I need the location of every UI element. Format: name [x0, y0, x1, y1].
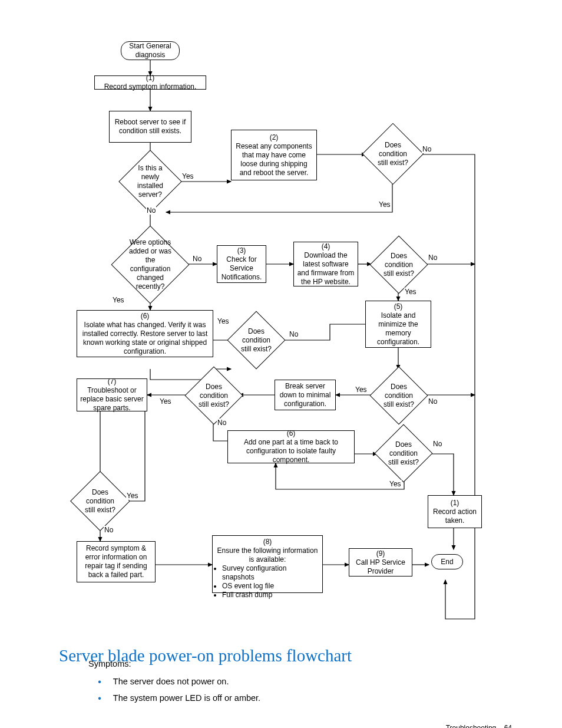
list-item: • The server does not power on.: [88, 677, 260, 687]
label-yes: Yes: [355, 386, 368, 394]
label-no: No: [289, 330, 299, 338]
label-yes: Yes: [126, 492, 139, 500]
bullet-icon: •: [88, 693, 111, 704]
label-yes: Yes: [389, 480, 402, 488]
bullet-icon: •: [88, 677, 111, 687]
node-8-bullet-3: Full crash dump: [222, 591, 320, 599]
node-6-text: (6)Isolate what has changed. Verify it w…: [80, 312, 210, 356]
node-6b-add-parts: (6)Add one part at a time back to config…: [227, 430, 355, 463]
node-6b-text: (6)Add one part at a time back to config…: [230, 429, 352, 465]
decision-cond-2: Does condition still exist?: [378, 244, 419, 285]
decision-newly-installed: Is this a newly installed server?: [128, 159, 173, 204]
label-no: No: [146, 206, 156, 215]
label-yes: Yes: [217, 317, 230, 325]
decision-cond-4-text: Does condition still exist?: [196, 383, 232, 409]
decision-cond-4: Does condition still exist?: [193, 375, 234, 416]
node-5-isolate-memory: (5)Isolate and minimize the memory confi…: [365, 301, 431, 348]
node-start-text: Start General diagnosis: [124, 42, 177, 60]
decision-options-text: Were options added or was the configurat…: [125, 238, 176, 291]
list-item-text: The server does not power on.: [113, 677, 229, 686]
node-7-text: (7)Troubleshoot or replace basic server …: [80, 377, 144, 413]
page-footer: Troubleshooting 64: [446, 724, 512, 728]
decision-options-changed: Were options added or was the configurat…: [123, 237, 178, 292]
label-no: No: [217, 419, 227, 427]
node-start: Start General diagnosis: [121, 41, 180, 60]
decision-newly-text: Is this a newly installed server?: [130, 164, 170, 199]
node-2-text: (2)Reseat any components that may have c…: [234, 133, 314, 177]
node-8-heading: (8)Ensure the following information is a…: [215, 538, 320, 564]
node-8-bullet-2: OS event log file: [222, 582, 320, 591]
node-1b-record-action: (1)Record action taken.: [428, 495, 482, 528]
node-3-service-notifications: (3)Check for Service Notifications.: [217, 245, 266, 283]
node-break-minimal: Break server down to minimal configurati…: [275, 380, 336, 410]
decision-cond-3-text: Does condition still exist?: [238, 327, 275, 354]
node-8-bullet-1: Survey configuration snapshots: [222, 564, 320, 582]
decision-cond-6: Does condition still exist?: [383, 433, 424, 474]
node-1-text: (1)Record symptom information.: [104, 74, 197, 91]
node-5-text: (5)Isolate and minimize the memory confi…: [368, 302, 428, 347]
label-no: No: [432, 440, 442, 448]
node-reboot: Reboot server to see if condition still …: [109, 111, 191, 143]
node-record-tag: Record symptom & error information on re…: [77, 541, 156, 582]
label-no: No: [422, 145, 432, 153]
node-1-record-symptom: (1)Record symptom information.: [94, 75, 206, 90]
node-end: End: [431, 554, 463, 569]
node-6-isolate-change: (6)Isolate what has changed. Verify it w…: [77, 310, 213, 357]
label-yes: Yes: [378, 200, 391, 209]
label-yes: Yes: [181, 172, 194, 180]
decision-cond-3: Does condition still exist?: [236, 319, 277, 361]
node-reboot-text: Reboot server to see if condition still …: [112, 118, 189, 136]
footer-page-number: 64: [504, 724, 512, 728]
label-yes: Yes: [159, 397, 172, 406]
label-no: No: [192, 255, 202, 263]
label-no: No: [428, 253, 438, 262]
label-no: No: [104, 526, 114, 534]
node-4-text: (4)Download the latest software and firm…: [296, 242, 355, 286]
node-1b-text: (1)Record action taken.: [431, 499, 479, 525]
list-item: • The system power LED is off or amber.: [88, 693, 260, 704]
list-item-text: The system power LED is off or amber.: [113, 693, 260, 703]
label-no: No: [428, 397, 438, 406]
node-end-text: End: [441, 558, 453, 566]
decision-cond-5-text: Does condition still exist?: [381, 383, 417, 409]
decision-cond-1-text: Does condition still exist?: [373, 141, 412, 167]
decision-cond-1: Does condition still exist?: [371, 132, 415, 176]
decision-cond-7-text: Does condition still exist?: [81, 488, 119, 515]
general-diagnosis-flowchart: Start General diagnosis (1)Record sympto…: [77, 41, 489, 625]
node-record-tag-text: Record symptom & error information on re…: [80, 544, 153, 579]
decision-cond-2-text: Does condition still exist?: [381, 252, 417, 278]
node-4-firmware: (4)Download the latest software and firm…: [293, 242, 358, 286]
decision-cond-5: Does condition still exist?: [378, 375, 419, 416]
label-yes: Yes: [112, 296, 125, 304]
symptoms-label: Symptoms:: [88, 659, 131, 668]
footer-section: Troubleshooting: [446, 724, 497, 728]
node-9-text: (9)Call HP Service Provider: [352, 549, 409, 576]
node-3-text: (3)Check for Service Notifications.: [220, 246, 263, 282]
label-yes: Yes: [404, 288, 417, 296]
symptoms-list: • The server does not power on. • The sy…: [88, 673, 260, 710]
decision-cond-6-text: Does condition still exist?: [385, 440, 422, 467]
node-break-text: Break server down to minimal configurati…: [277, 382, 333, 409]
decision-cond-7: Does condition still exist?: [79, 480, 121, 522]
node-2-reseat: (2)Reseat any components that may have c…: [231, 130, 317, 180]
node-8-info: (8)Ensure the following information is a…: [212, 535, 323, 593]
node-9-call-hp: (9)Call HP Service Provider: [349, 548, 412, 577]
node-7-troubleshoot: (7)Troubleshoot or replace basic server …: [77, 378, 147, 411]
